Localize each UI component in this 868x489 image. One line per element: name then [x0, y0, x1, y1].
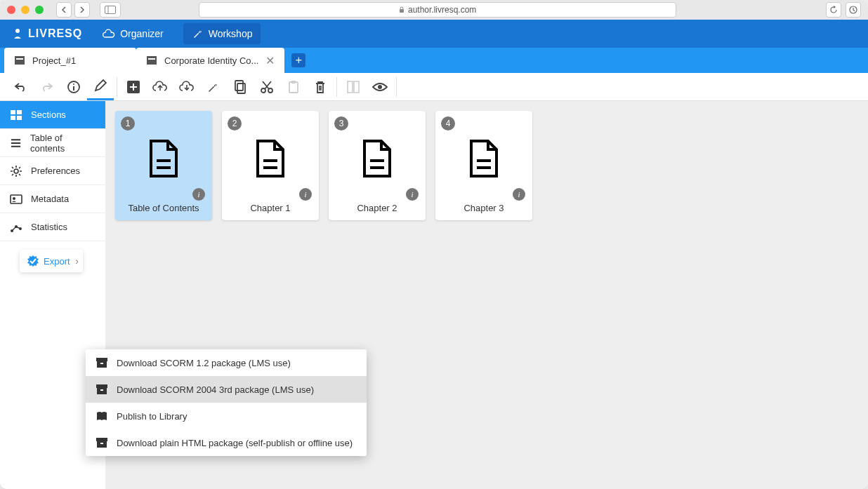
export-scorm12-label: Download SCORM 1.2 package (LMS use): [117, 358, 291, 368]
sidebar-item-sections[interactable]: Sections: [0, 101, 105, 129]
add-button[interactable]: [120, 74, 147, 100]
sidebar-item-metadata[interactable]: Metadata: [0, 185, 105, 213]
window-close-button[interactable]: [7, 6, 15, 14]
svg-point-21: [378, 85, 382, 89]
sidebar-item-preferences[interactable]: Preferences: [0, 157, 105, 185]
export-library-label: Publish to Library: [117, 411, 187, 422]
sidebar-item-export[interactable]: Export: [20, 250, 83, 272]
sidebar-item-statistics[interactable]: Statistics: [0, 213, 105, 241]
archive-icon: [96, 356, 108, 369]
card-number: 1: [121, 116, 135, 130]
nav-workshop-label: Workshop: [209, 28, 253, 39]
svg-rect-27: [11, 195, 22, 203]
tab-document[interactable]: Corporate Identity Co... ✕: [136, 48, 284, 73]
project-icon: [14, 55, 25, 66]
nav-organizer-label: Organizer: [120, 28, 163, 39]
sidebar-item-toc[interactable]: Table of contents: [0, 129, 105, 157]
export-scorm12[interactable]: Download SCORM 1.2 package (LMS use): [86, 349, 367, 376]
window-maximize-button[interactable]: [35, 6, 44, 14]
info-icon[interactable]: i: [406, 188, 419, 201]
export-scorm2004[interactable]: Download SCORM 2004 3rd package (LMS use…: [86, 376, 367, 403]
cloud-icon: [102, 28, 116, 39]
document-icon: [146, 55, 157, 66]
nav-workshop[interactable]: Workshop: [183, 23, 261, 44]
lock-icon: [398, 6, 405, 13]
section-card-4[interactable]: 4 i Chapter 3: [435, 111, 532, 220]
browser-history-button[interactable]: [846, 2, 861, 18]
sidebar-metadata-label: Metadata: [31, 194, 69, 204]
browser-url-bar[interactable]: author.livresq.com: [199, 2, 676, 18]
settings-button[interactable]: [200, 74, 227, 100]
tab-document-label: Corporate Identity Co...: [164, 55, 258, 66]
sidebar-preferences-label: Preferences: [31, 166, 80, 176]
wrench-icon: [192, 27, 204, 40]
browser-back-button[interactable]: [56, 2, 72, 18]
export-html[interactable]: Download plain HTML package (self-publis…: [86, 429, 367, 456]
svg-point-26: [14, 169, 18, 173]
info-icon[interactable]: i: [192, 188, 205, 201]
app-header: LIVRESQ Organizer Workshop: [0, 20, 868, 48]
svg-rect-23: [17, 110, 22, 114]
tab-close-button[interactable]: ✕: [265, 54, 275, 67]
window-minimize-button[interactable]: [21, 6, 29, 14]
paste-button[interactable]: [280, 74, 307, 100]
file-icon: [148, 140, 179, 177]
sections-icon: [10, 109, 22, 121]
preview-button[interactable]: [367, 74, 393, 100]
svg-rect-38: [96, 438, 107, 441]
svg-rect-39: [97, 441, 107, 448]
svg-rect-19: [348, 81, 353, 93]
delete-button[interactable]: [307, 74, 334, 100]
undo-button[interactable]: [7, 74, 34, 100]
add-tab-button[interactable]: +: [291, 53, 305, 67]
export-library[interactable]: Publish to Library: [86, 403, 367, 429]
card-number: 2: [228, 116, 242, 130]
file-icon: [468, 140, 499, 177]
cut-button[interactable]: [254, 74, 280, 100]
info-icon[interactable]: i: [299, 188, 312, 201]
cloud-download-button[interactable]: [173, 74, 200, 100]
svg-rect-17: [289, 82, 298, 93]
section-card-3[interactable]: 3 i Chapter 2: [329, 111, 426, 220]
export-scorm2004-label: Download SCORM 2004 3rd package (LMS use…: [117, 384, 314, 395]
section-card-2[interactable]: 2 i Chapter 1: [222, 111, 319, 220]
gear-icon: [10, 165, 22, 177]
toolbar: [0, 73, 868, 101]
card-number: 4: [441, 116, 455, 130]
redo-button[interactable]: [34, 74, 60, 100]
edit-button[interactable]: [87, 74, 114, 100]
url-text: author.livresq.com: [408, 5, 476, 15]
svg-rect-6: [16, 58, 23, 60]
svg-point-28: [13, 197, 15, 200]
svg-rect-18: [291, 81, 296, 83]
svg-point-10: [73, 83, 74, 85]
app-logo[interactable]: LIVRESQ: [11, 27, 82, 40]
svg-rect-34: [100, 363, 103, 364]
cloud-upload-button[interactable]: [147, 74, 173, 100]
tab-project[interactable]: Project_#1: [4, 48, 136, 73]
svg-rect-22: [11, 110, 15, 114]
copy-button[interactable]: [227, 74, 254, 100]
browser-title-bar: author.livresq.com: [0, 0, 868, 20]
list-icon: [10, 137, 22, 149]
browser-forward-button[interactable]: [74, 2, 90, 18]
info-icon[interactable]: i: [513, 188, 525, 201]
info-button[interactable]: [60, 74, 87, 100]
svg-rect-40: [100, 443, 103, 444]
archive-icon: [96, 383, 108, 396]
tabs-bar: Project_#1 Corporate Identity Co... ✕ +: [0, 48, 868, 73]
file-icon: [255, 140, 286, 177]
layout-button[interactable]: [340, 74, 367, 100]
browser-sidebar-toggle[interactable]: [100, 2, 121, 18]
verified-icon: [27, 255, 39, 267]
browser-refresh-button[interactable]: [826, 2, 841, 18]
section-card-1[interactable]: 1 i Table of Contents: [115, 111, 212, 220]
svg-rect-0: [105, 6, 116, 14]
file-icon: [362, 140, 393, 177]
svg-rect-8: [148, 58, 155, 60]
tab-project-label: Project_#1: [32, 55, 76, 66]
nav-organizer[interactable]: Organizer: [93, 24, 171, 43]
svg-rect-20: [354, 81, 359, 93]
export-html-label: Download plain HTML package (self-publis…: [117, 438, 353, 448]
logo-icon: [11, 27, 24, 40]
